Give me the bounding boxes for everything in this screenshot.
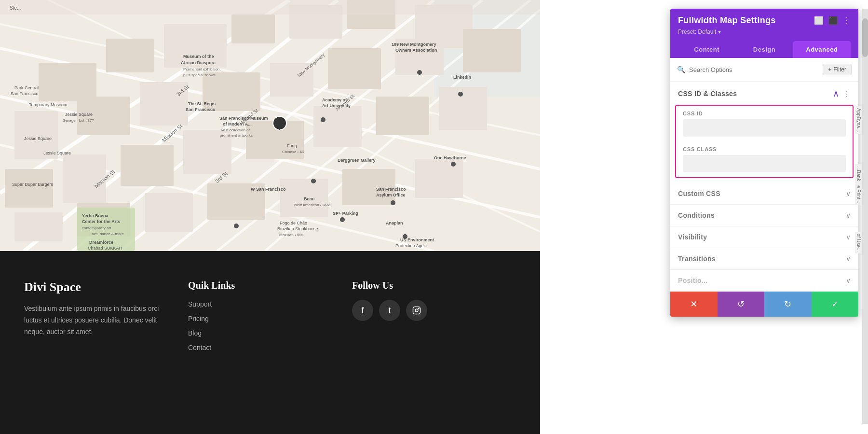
tab-content[interactable]: Content bbox=[678, 41, 735, 58]
instagram-icon[interactable] bbox=[406, 300, 427, 321]
list-item[interactable]: Support bbox=[188, 300, 352, 308]
conditions-title: Conditions bbox=[678, 211, 715, 219]
undo-button[interactable]: ↺ bbox=[718, 292, 765, 317]
cancel-button[interactable]: ✕ bbox=[670, 292, 718, 317]
map-container: Mission St Mission St 3rd St 3rd St Howa… bbox=[0, 0, 540, 251]
position-section: Positio... ∨ bbox=[670, 270, 858, 292]
tab-design[interactable]: Design bbox=[735, 41, 793, 58]
settings-panel: Fullwidth Map Settings ⬜ ⬛ ⋮ Preset: Def… bbox=[670, 9, 858, 317]
list-item[interactable]: Pricing bbox=[188, 314, 352, 323]
svg-point-103 bbox=[391, 200, 395, 205]
facebook-icon[interactable]: f bbox=[352, 300, 373, 321]
svg-text:One Hawthorne: One Hawthorne bbox=[434, 155, 466, 160]
svg-rect-31 bbox=[121, 145, 174, 186]
side-strip-bank: ...Bank bbox=[855, 164, 862, 183]
links-list: Support Pricing Blog Contact bbox=[188, 300, 352, 352]
scrollbar-thumb[interactable] bbox=[862, 18, 868, 57]
conditions-section: Conditions ∨ bbox=[670, 205, 858, 226]
svg-point-104 bbox=[234, 224, 239, 228]
svg-rect-14 bbox=[39, 63, 96, 101]
svg-text:Anaplan: Anaplan bbox=[386, 221, 403, 225]
svg-text:Dreamforce: Dreamforce bbox=[89, 240, 113, 245]
position-arrow: ∨ bbox=[846, 277, 851, 284]
custom-css-section: Custom CSS ∨ bbox=[670, 183, 858, 205]
section-collapse-icon[interactable]: ∧ bbox=[833, 88, 839, 99]
scrollbar[interactable] bbox=[862, 9, 868, 424]
svg-text:The St. Regis: The St. Regis bbox=[188, 101, 216, 106]
preset-selector[interactable]: Preset: Default ▾ bbox=[678, 28, 851, 35]
svg-point-106 bbox=[340, 217, 345, 222]
svg-text:Art University: Art University bbox=[322, 103, 351, 108]
redo-button[interactable]: ↻ bbox=[764, 292, 812, 317]
transitions-title: Transitions bbox=[678, 255, 716, 263]
pricing-link[interactable]: Pricing bbox=[188, 315, 209, 322]
tab-advanced[interactable]: Advanced bbox=[793, 41, 851, 58]
twitter-icon[interactable]: t bbox=[379, 300, 400, 321]
confirm-button[interactable]: ✓ bbox=[812, 292, 859, 317]
resize-icon[interactable]: ⬜ bbox=[814, 16, 824, 25]
more-icon[interactable]: ⋮ bbox=[843, 16, 851, 25]
contact-link[interactable]: Contact bbox=[188, 344, 211, 351]
svg-point-107 bbox=[403, 234, 407, 239]
side-strip-print: e Print... bbox=[855, 183, 862, 205]
svg-rect-35 bbox=[376, 97, 429, 135]
svg-rect-34 bbox=[313, 106, 362, 147]
columns-icon[interactable]: ⬛ bbox=[828, 16, 838, 25]
footer: Divi Space Vestibulum ante ipsum primis … bbox=[0, 251, 540, 434]
svg-text:Academy of: Academy of bbox=[322, 98, 347, 102]
footer-follow: Follow Us f t bbox=[352, 280, 516, 405]
custom-css-title: Custom CSS bbox=[678, 190, 720, 197]
css-id-input[interactable] bbox=[683, 119, 846, 137]
visibility-title: Visibility bbox=[678, 233, 707, 241]
svg-text:Berggruen Gallery: Berggruen Gallery bbox=[338, 158, 376, 163]
svg-text:Brazilian Steakhouse: Brazilian Steakhouse bbox=[277, 226, 318, 231]
svg-rect-43 bbox=[415, 159, 463, 198]
css-id-field: CSS ID bbox=[676, 106, 853, 141]
position-title: Positio... bbox=[678, 277, 707, 284]
conditions-header[interactable]: Conditions ∨ bbox=[670, 205, 858, 226]
svg-text:Benu: Benu bbox=[304, 196, 315, 201]
side-strip-appdyna: AppDyna... bbox=[855, 106, 862, 134]
list-item[interactable]: Blog bbox=[188, 329, 352, 337]
svg-text:Garage - Lot #377: Garage - Lot #377 bbox=[63, 118, 94, 123]
list-item[interactable]: Contact bbox=[188, 343, 352, 352]
svg-text:Vast collection of: Vast collection of bbox=[221, 128, 250, 132]
svg-text:LinkedIn: LinkedIn bbox=[453, 75, 471, 80]
panel-header-icons: ⬜ ⬛ ⋮ bbox=[814, 16, 851, 25]
svg-text:Fogo de Chão: Fogo de Chão bbox=[280, 221, 307, 225]
visibility-header[interactable]: Visibility ∨ bbox=[670, 226, 858, 248]
svg-text:Jessie Square: Jessie Square bbox=[43, 151, 71, 155]
links-title: Quik Links bbox=[188, 280, 352, 291]
filter-label: Filter bbox=[833, 66, 846, 73]
svg-text:of Modern A...: of Modern A... bbox=[223, 122, 252, 126]
filter-button[interactable]: + Filter bbox=[823, 64, 852, 75]
svg-rect-29 bbox=[5, 169, 53, 208]
svg-text:contemporary art: contemporary art bbox=[82, 226, 111, 230]
svg-point-99 bbox=[321, 117, 326, 122]
svg-text:plus special shows: plus special shows bbox=[183, 73, 216, 77]
transitions-section: Transitions ∨ bbox=[670, 248, 858, 270]
blog-link[interactable]: Blog bbox=[188, 329, 202, 337]
custom-css-header[interactable]: Custom CSS ∨ bbox=[670, 183, 858, 204]
search-row: 🔍 + Filter bbox=[670, 58, 858, 82]
position-header[interactable]: Positio... ∨ bbox=[670, 270, 858, 291]
support-link[interactable]: Support bbox=[188, 300, 212, 308]
svg-rect-37 bbox=[14, 212, 63, 241]
panel-title: Fullwidth Map Settings bbox=[678, 15, 776, 26]
panel-header: Fullwidth Map Settings ⬜ ⬛ ⋮ Preset: Def… bbox=[670, 9, 858, 58]
section-more-icon[interactable]: ⋮ bbox=[843, 89, 851, 98]
transitions-header[interactable]: Transitions ∨ bbox=[670, 248, 858, 269]
brand-title: Divi Space bbox=[24, 280, 188, 294]
svg-text:199 New Montgomery: 199 New Montgomery bbox=[392, 42, 436, 47]
svg-text:Protection Ager...: Protection Ager... bbox=[395, 243, 429, 248]
svg-text:SP+ Parking: SP+ Parking bbox=[333, 211, 358, 216]
svg-text:Owners Association: Owners Association bbox=[395, 48, 437, 53]
svg-rect-108 bbox=[0, 0, 540, 14]
svg-text:Yerba Buena: Yerba Buena bbox=[82, 213, 109, 218]
search-input[interactable] bbox=[689, 66, 819, 73]
css-section-title: CSS ID & Classes bbox=[678, 90, 737, 98]
css-class-input[interactable] bbox=[683, 155, 846, 172]
filter-plus-icon: + bbox=[828, 66, 831, 73]
conditions-arrow: ∨ bbox=[846, 211, 851, 219]
svg-rect-17 bbox=[231, 14, 275, 43]
